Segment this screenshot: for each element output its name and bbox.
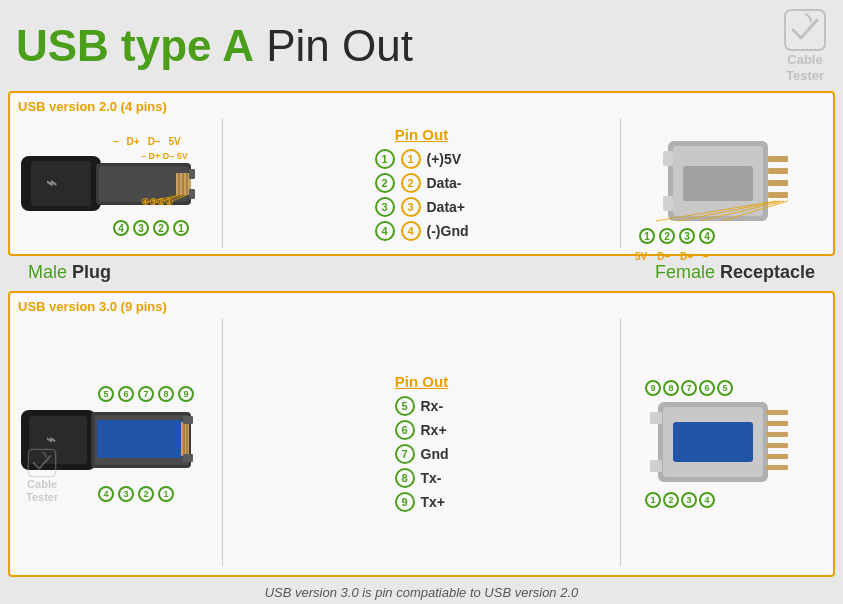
version-3-content: ⌁ [18, 318, 825, 566]
svg-rect-13 [189, 189, 195, 199]
content-area: USB version 2.0 (4 pins) ⌁ [0, 87, 843, 581]
pin-circle-9: 9 [395, 492, 415, 512]
receptacle-bottom-labels: 5VD–D+– [635, 251, 709, 262]
svg-rect-19 [683, 166, 753, 201]
pin-item-2: 2 2 Data- [375, 173, 469, 193]
pin-circle-inner-1: 1 [401, 149, 421, 169]
divider-2 [620, 118, 621, 248]
pin-circle-inner-3: 3 [401, 197, 421, 217]
version-2-box: USB version 2.0 (4 pins) ⌁ [8, 91, 835, 256]
version-2-content: ⌁ – D+ D– 5V ④③②① [18, 118, 825, 248]
footer: USB version 3.0 is pin compatiable to US… [0, 581, 843, 604]
svg-rect-47 [766, 432, 788, 437]
female-receptacle-svg [628, 121, 823, 246]
pin-desc-9: Tx+ [421, 494, 446, 510]
pin-item-1: 1 1 (+)5V [375, 149, 469, 169]
pinout-section-2: Pin Out 1 1 (+)5V 2 2 Data- [227, 122, 616, 245]
section-labels: Male Plug Female Receptacle [8, 260, 835, 285]
pin-circle-outer-1: 1 [375, 149, 395, 169]
divider-1 [222, 118, 223, 248]
pin-desc-4: (-)Gnd [427, 223, 469, 239]
pin-desc-1: (+)5V [427, 151, 462, 167]
svg-rect-41 [28, 449, 55, 476]
svg-text:⌁: ⌁ [46, 431, 56, 448]
svg-text:⌁: ⌁ [45, 173, 56, 193]
main-title: USB type A Pin Out [16, 24, 413, 68]
pin-item-4: 4 4 (-)Gnd [375, 221, 469, 241]
svg-rect-2 [31, 161, 91, 206]
svg-rect-46 [766, 421, 788, 426]
svg-rect-25 [663, 196, 673, 211]
pin-list-3: 5 Rx- 6 Rx+ 7 Gnd 8 Tx- [395, 396, 449, 512]
svg-rect-50 [766, 465, 788, 470]
pin-list-2: 1 1 (+)5V 2 2 Data- 3 3 Data+ [375, 149, 469, 241]
title-usb: USB type A [16, 21, 254, 70]
pin-item-3: 3 3 Data+ [375, 197, 469, 217]
svg-rect-20 [768, 156, 788, 162]
svg-rect-45 [766, 410, 788, 415]
pin-circle-5: 5 [395, 396, 415, 416]
pinout-section-3: Pin Out 5 Rx- 6 Rx+ 7 Gnd [227, 369, 616, 516]
female-receptacle-3-image: 9 8 7 6 5 1 2 3 4 [625, 372, 825, 512]
pin-desc-8: Tx- [421, 470, 442, 486]
pin-circle-outer-3: 3 [375, 197, 395, 217]
main-container: USB type A Pin Out CableTester USB versi… [0, 0, 843, 604]
receptacle-bottom-nums: 1 2 3 4 [639, 228, 715, 244]
svg-rect-44 [673, 422, 753, 462]
pin-item-8: 8 Tx- [395, 468, 449, 488]
logo-area-30: CableTester [26, 448, 58, 504]
title-pinout: Pin Out [254, 21, 413, 70]
svg-rect-51 [650, 412, 662, 424]
divider-3 [222, 318, 223, 566]
svg-rect-39 [183, 416, 193, 424]
pin-desc-7: Gnd [421, 446, 449, 462]
pin-circle-8: 8 [395, 468, 415, 488]
male-plug-label: Male Plug [28, 262, 111, 283]
svg-rect-40 [183, 454, 193, 462]
receptacle3-top-nums: 9 8 7 6 5 [645, 380, 733, 396]
svg-rect-24 [663, 151, 673, 166]
pin-item-5: 5 Rx- [395, 396, 449, 416]
svg-rect-35 [97, 420, 182, 458]
female-receptacle-label: Female Receptacle [655, 262, 815, 283]
svg-rect-22 [768, 180, 788, 186]
svg-rect-36 [181, 422, 189, 456]
plug-bottom-nums: 4 3 2 1 [113, 220, 189, 236]
header: USB type A Pin Out CableTester [0, 0, 843, 87]
pin-item-6: 6 Rx+ [395, 420, 449, 440]
logo-text: CableTester [786, 52, 824, 83]
pin-circle-outer-2: 2 [375, 173, 395, 193]
divider-4 [620, 318, 621, 566]
pin-desc-3: Data+ [427, 199, 466, 215]
pin-circle-inner-4: 4 [401, 221, 421, 241]
pinout-title-3: Pin Out [395, 373, 448, 390]
male-plug-image: ⌁ – D+ D– 5V ④③②① [18, 118, 218, 248]
pin-item-9: 9 Tx+ [395, 492, 449, 512]
svg-rect-23 [768, 192, 788, 198]
footer-text: USB version 3.0 is pin compatiable to US… [265, 585, 579, 600]
svg-rect-52 [650, 460, 662, 472]
pin-desc-6: Rx+ [421, 422, 447, 438]
pin-item-7: 7 Gnd [395, 444, 449, 464]
plug-top-labels: –D+D–5V [113, 136, 181, 147]
pin-desc-5: Rx- [421, 398, 444, 414]
pin-circle-inner-2: 2 [401, 173, 421, 193]
pin-desc-2: Data- [427, 175, 462, 191]
plug3-top-nums: 5 6 7 8 9 [98, 386, 194, 402]
pin-circle-outer-4: 4 [375, 221, 395, 241]
svg-rect-12 [189, 169, 195, 179]
logo-text-30: CableTester [26, 478, 58, 504]
male-plug-3-image: ⌁ [18, 372, 218, 512]
svg-text:–  D+ D–  5V: – D+ D– 5V [141, 151, 188, 161]
version-3-box: USB version 3.0 (9 pins) ⌁ [8, 291, 835, 577]
svg-rect-0 [785, 10, 825, 50]
cable-tester-logo-icon [783, 8, 827, 52]
female-receptacle-image: 1 2 3 4 5VD–D+– [625, 118, 825, 248]
svg-rect-48 [766, 443, 788, 448]
receptacle3-bottom-nums: 1 2 3 4 [645, 492, 715, 508]
pin-circle-7: 7 [395, 444, 415, 464]
plug3-bottom-nums: 4 3 2 1 [98, 486, 174, 502]
svg-rect-21 [768, 168, 788, 174]
pinout-title-2: Pin Out [395, 126, 448, 143]
version-3-label: USB version 3.0 (9 pins) [18, 299, 825, 314]
